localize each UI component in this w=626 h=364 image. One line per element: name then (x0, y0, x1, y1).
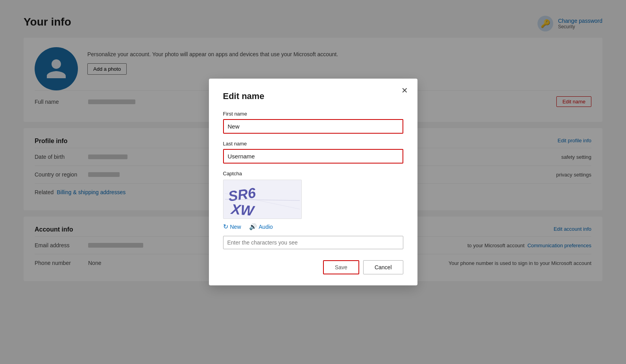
first-name-label: First name (223, 111, 403, 117)
edit-name-dialog: Edit name ✕ First name Last name Captcha… (209, 79, 417, 285)
first-name-input[interactable] (223, 119, 403, 134)
close-button[interactable]: ✕ (401, 86, 408, 94)
captcha-label: Captcha (223, 171, 403, 176)
captcha-input[interactable] (223, 236, 403, 249)
refresh-icon: ↻ (223, 223, 228, 230)
audio-icon: 🔊 (249, 223, 257, 230)
last-name-input[interactable] (223, 149, 403, 164)
save-button[interactable]: Save (323, 260, 359, 274)
modal-overlay: Edit name ✕ First name Last name Captcha… (0, 0, 626, 364)
last-name-label: Last name (223, 141, 403, 147)
dialog-title: Edit name (223, 91, 403, 101)
dialog-footer: Save Cancel (223, 260, 403, 274)
svg-text:XW: XW (229, 201, 255, 217)
captcha-image: SR6 XW (223, 180, 302, 219)
captcha-audio-label: Audio (259, 224, 273, 230)
captcha-new-label: New (230, 224, 241, 230)
captcha-actions: ↻ New 🔊 Audio (223, 223, 403, 230)
captcha-new-button[interactable]: ↻ New (223, 223, 241, 230)
captcha-audio-button[interactable]: 🔊 Audio (249, 223, 273, 230)
cancel-button[interactable]: Cancel (363, 260, 403, 274)
